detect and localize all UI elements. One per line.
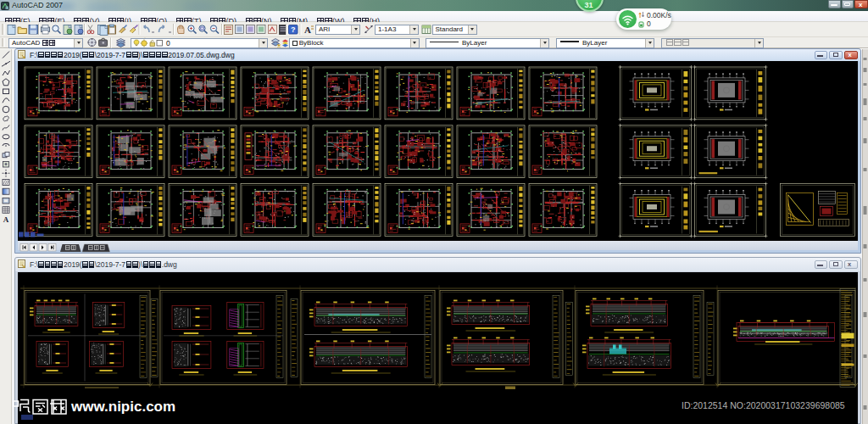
- svg-text:A: A: [3, 215, 9, 224]
- svg-text:0: 0: [166, 39, 170, 47]
- svg-text:A: A: [304, 25, 311, 35]
- svg-text:?: ?: [291, 25, 296, 34]
